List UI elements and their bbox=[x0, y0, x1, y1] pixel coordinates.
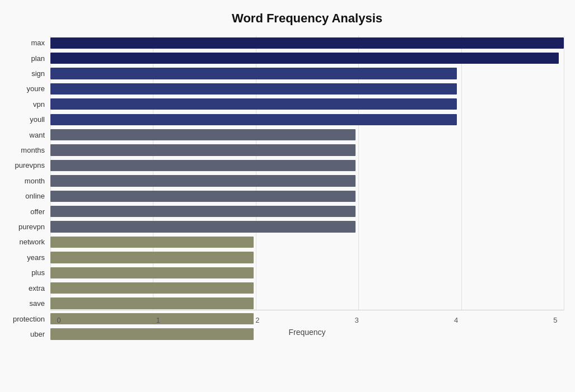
bar-row: youll bbox=[50, 112, 564, 126]
x-tick-label: 0 bbox=[50, 316, 67, 324]
bar bbox=[50, 297, 254, 309]
bar bbox=[50, 267, 254, 278]
bar-label: sign bbox=[3, 69, 50, 78]
x-axis bbox=[50, 310, 564, 310]
bar-track bbox=[50, 82, 564, 96]
bar-track bbox=[50, 174, 564, 188]
bar bbox=[50, 282, 254, 294]
bar-label: max bbox=[3, 39, 50, 47]
bar-row: network bbox=[50, 235, 564, 249]
bar-row: months bbox=[50, 143, 564, 157]
bar-row: plus bbox=[50, 266, 564, 280]
bar-row: extra bbox=[50, 281, 564, 295]
x-tick-label: 1 bbox=[149, 316, 166, 324]
bar-label: extra bbox=[3, 284, 50, 292]
bar bbox=[50, 221, 356, 232]
bar bbox=[50, 175, 356, 186]
bar bbox=[50, 129, 356, 140]
bar-row: save bbox=[50, 296, 564, 310]
bar-row: vpn bbox=[50, 97, 564, 111]
bar-track bbox=[50, 204, 564, 218]
bar-row: plan bbox=[50, 51, 564, 65]
bar-track bbox=[50, 281, 564, 295]
bar-row: purevpn bbox=[50, 220, 564, 234]
bar-track bbox=[50, 36, 564, 50]
bar bbox=[50, 206, 356, 217]
chart-container: Word Frequency Analysis maxplansignyoure… bbox=[0, 0, 575, 392]
bar-label: plan bbox=[3, 54, 50, 63]
x-tick-label: 4 bbox=[448, 316, 465, 324]
bar-track bbox=[50, 51, 564, 65]
bar-label: uber bbox=[3, 330, 50, 338]
bar-row: offer bbox=[50, 204, 564, 218]
bar-row: online bbox=[50, 189, 564, 203]
x-axis-title: Frequency bbox=[50, 328, 564, 337]
bar-label: network bbox=[3, 238, 50, 246]
bar-track bbox=[50, 235, 564, 249]
bar-label: youll bbox=[3, 115, 50, 124]
bar bbox=[50, 160, 356, 171]
bar-label: offer bbox=[3, 207, 50, 216]
grid-line bbox=[564, 36, 564, 310]
bar-track bbox=[50, 67, 564, 81]
bar-label: months bbox=[3, 146, 50, 154]
bar-label: online bbox=[3, 192, 50, 200]
x-tick-label: 3 bbox=[348, 316, 365, 324]
bar-row: purevpns bbox=[50, 158, 564, 172]
bar-label: want bbox=[3, 131, 50, 139]
bar bbox=[50, 98, 457, 110]
bar bbox=[50, 191, 356, 202]
bar-track bbox=[50, 112, 564, 126]
bar-label: purevpn bbox=[3, 223, 50, 231]
bar-label: save bbox=[3, 299, 50, 308]
bar-track bbox=[50, 127, 564, 141]
bar-row: sign bbox=[50, 67, 564, 81]
bar-track bbox=[50, 143, 564, 157]
bar-row: youre bbox=[50, 82, 564, 96]
bar-track bbox=[50, 296, 564, 310]
x-tick-label: 2 bbox=[249, 316, 266, 324]
bar bbox=[50, 237, 254, 248]
bar-label: protection bbox=[3, 315, 50, 323]
bar-track bbox=[50, 220, 564, 234]
bar-row: want bbox=[50, 127, 564, 141]
bar-label: years bbox=[3, 253, 50, 262]
bar bbox=[50, 83, 457, 95]
x-tick-label: 5 bbox=[547, 316, 564, 324]
bar bbox=[50, 114, 457, 125]
bar-label: youre bbox=[3, 84, 50, 93]
bar-track bbox=[50, 189, 564, 203]
bar bbox=[50, 37, 564, 49]
bar-row: years bbox=[50, 251, 564, 265]
bar-track bbox=[50, 158, 564, 172]
bar-track bbox=[50, 266, 564, 280]
bar-row: max bbox=[50, 36, 564, 50]
bar-track bbox=[50, 97, 564, 111]
bar-label: vpn bbox=[3, 100, 50, 108]
bar bbox=[50, 68, 457, 79]
chart-title: Word Frequency Analysis bbox=[50, 11, 564, 26]
x-labels: 012345 bbox=[50, 316, 564, 324]
bar-label: plus bbox=[3, 268, 50, 277]
bar bbox=[50, 53, 559, 64]
bar-track bbox=[50, 251, 564, 265]
bar-row: month bbox=[50, 174, 564, 188]
bar-label: month bbox=[3, 177, 50, 185]
bar bbox=[50, 252, 254, 263]
bars-wrapper: maxplansignyourevpnyoullwantmonthspurevp… bbox=[50, 36, 564, 341]
bar bbox=[50, 144, 356, 155]
bar-label: purevpns bbox=[3, 161, 50, 169]
